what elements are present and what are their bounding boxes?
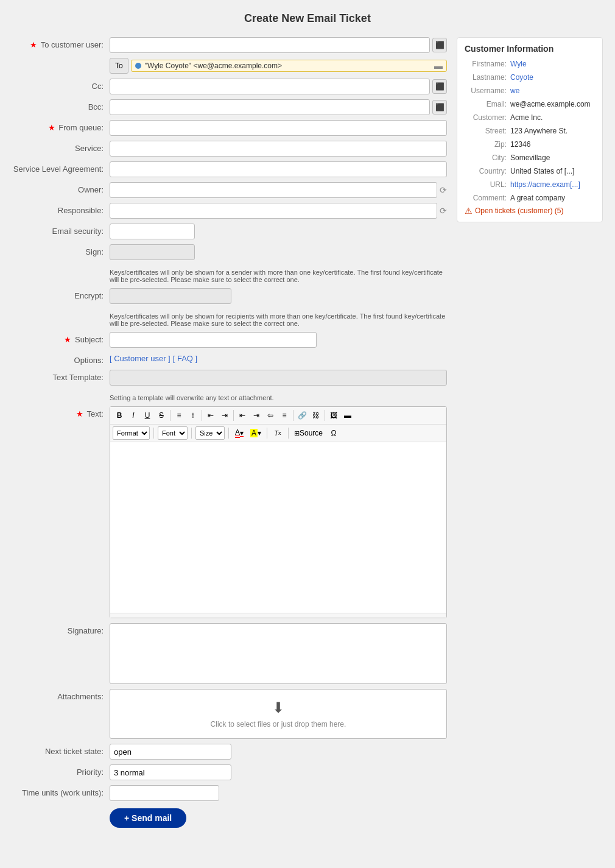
toolbar-bg-color-btn[interactable]: A▾ xyxy=(248,426,263,440)
toolbar-indent-less-btn[interactable]: ⇤ xyxy=(204,409,217,422)
next-ticket-state-input[interactable] xyxy=(110,744,231,760)
text-template-label: Text Template: xyxy=(12,370,110,382)
sign-label: Sign: xyxy=(12,244,110,256)
toolbar-image-btn[interactable]: 🖼 xyxy=(327,409,340,422)
service-input[interactable] xyxy=(110,141,447,157)
toolbar-source-btn[interactable]: ⊞ Source xyxy=(292,426,325,440)
toolbar-sep2 xyxy=(202,410,202,421)
bcc-label: Bcc: xyxy=(12,99,110,111)
to-tag-dot-icon xyxy=(135,63,141,69)
to-customer-user-input[interactable] xyxy=(110,37,430,53)
sla-label: Service Level Agreement: xyxy=(12,161,110,174)
toolbar-bold-btn[interactable]: B xyxy=(113,409,126,422)
from-queue-input[interactable] xyxy=(110,120,447,136)
options-link-faq[interactable]: [ FAQ ] xyxy=(173,354,197,363)
ci-zip-value: 12346 xyxy=(510,139,530,150)
priority-input[interactable] xyxy=(110,764,231,780)
ci-customer-label: Customer: xyxy=(465,112,510,123)
toolbar-underline-btn[interactable]: U xyxy=(141,409,154,422)
responsible-refresh-icon[interactable]: ⟳ xyxy=(440,206,447,216)
ci-zip-label: Zip: xyxy=(465,139,510,150)
ci-row-username: Username: we xyxy=(465,85,595,96)
bcc-icon-btn[interactable]: ⬛ xyxy=(432,100,447,115)
ci-username-label: Username: xyxy=(465,85,510,96)
toolbar-special-chars-btn[interactable]: Ω xyxy=(327,426,340,440)
toolbar-font-select[interactable]: Font xyxy=(158,426,188,440)
signature-label: Signature: xyxy=(12,623,110,635)
toolbar-align-center-btn[interactable]: ⇥ xyxy=(250,409,263,422)
toolbar-link-btn[interactable]: 🔗 xyxy=(295,409,309,422)
to-tag-close-btn[interactable]: ▬ xyxy=(434,62,443,70)
ci-lastname-value: Coyote xyxy=(510,72,533,83)
open-tickets-link[interactable]: ⚠ Open tickets (customer) (5) xyxy=(465,206,595,216)
owner-refresh-icon[interactable]: ⟳ xyxy=(440,185,447,195)
to-customer-user-icon-btn[interactable]: ⬛ xyxy=(432,38,447,52)
toolbar-ordered-list-btn[interactable]: ≡ xyxy=(172,409,186,422)
email-security-input[interactable] xyxy=(110,224,195,239)
subject-label: ★ Subject: xyxy=(12,332,110,344)
toolbar-indent-more-btn[interactable]: ⇥ xyxy=(218,409,231,422)
toolbar-clear-format-btn[interactable]: Tx xyxy=(271,426,284,440)
toolbar-sep8 xyxy=(228,428,229,439)
bcc-input[interactable] xyxy=(110,99,430,115)
toolbar-rule-btn[interactable]: ▬ xyxy=(341,409,354,422)
cc-input[interactable] xyxy=(110,79,430,94)
ci-row-url: URL: https://acme.exam[...] xyxy=(465,179,595,190)
to-customer-user-label: ★ To customer user: xyxy=(12,37,110,49)
send-mail-button[interactable]: + Send mail xyxy=(110,808,186,828)
toolbar-sep3 xyxy=(233,410,234,421)
time-units-input[interactable] xyxy=(110,785,219,801)
encrypt-label: Encrypt: xyxy=(12,288,110,300)
to-button[interactable]: To xyxy=(110,58,128,74)
text-template-note: Setting a template will overwrite any te… xyxy=(110,393,447,401)
attachments-label: Attachments: xyxy=(12,689,110,701)
ci-row-email: Email: we@acme.example.com xyxy=(465,99,595,110)
text-editor: B I U S ≡ ⁞ ⇤ ⇥ ⇤ ⇥ ⇦ ≡ xyxy=(110,406,447,618)
attachment-hint: Click to select files or just drop them … xyxy=(120,720,437,729)
to-label-spacer xyxy=(12,58,110,61)
attachment-dropzone[interactable]: ⬇ Click to select files or just drop the… xyxy=(110,689,447,739)
options-links-container: [ Customer user ] [ FAQ ] xyxy=(110,353,447,363)
text-template-input xyxy=(110,370,447,386)
responsible-input[interactable] xyxy=(110,203,437,219)
ci-customer-value: Acme Inc. xyxy=(510,112,543,123)
email-security-label: Email security: xyxy=(12,224,110,236)
ci-row-lastname: Lastname: Coyote xyxy=(465,72,595,83)
toolbar-sep6 xyxy=(153,428,154,439)
toolbar-size-select[interactable]: Size xyxy=(195,426,225,440)
ci-comment-value: A great company xyxy=(510,192,565,203)
owner-label: Owner: xyxy=(12,182,110,194)
options-link-customer-user[interactable]: [ Customer user ] xyxy=(110,354,170,363)
responsible-label: Responsible: xyxy=(12,203,110,215)
ci-row-street: Street: 123 Anywhere St. xyxy=(465,125,595,136)
owner-input[interactable] xyxy=(110,182,437,198)
ci-row-customer: Customer: Acme Inc. xyxy=(465,112,595,123)
toolbar-font-color-btn[interactable]: A▾ xyxy=(233,426,246,440)
sla-input[interactable] xyxy=(110,161,447,177)
sign-note: Keys/certificates will only be shown for… xyxy=(110,267,447,283)
toolbar-italic-btn[interactable]: I xyxy=(127,409,140,422)
sign-input xyxy=(110,244,195,260)
toolbar-align-left-btn[interactable]: ⇤ xyxy=(236,409,249,422)
subject-input[interactable] xyxy=(110,332,317,348)
ci-row-firstname: Firstname: Wyle xyxy=(465,58,595,69)
ci-firstname-label: Firstname: xyxy=(465,58,510,69)
toolbar-sep9 xyxy=(267,428,267,439)
toolbar-strike-btn[interactable]: S xyxy=(155,409,168,422)
ci-lastname-label: Lastname: xyxy=(465,72,510,83)
ci-firstname-value: Wyle xyxy=(510,58,527,69)
toolbar-unlink-btn[interactable]: ⛓ xyxy=(309,409,323,422)
toolbar-format-select[interactable]: Format xyxy=(113,426,150,440)
editor-body[interactable] xyxy=(110,442,446,613)
toolbar-align-right-btn[interactable]: ⇦ xyxy=(264,409,277,422)
cc-label: Cc: xyxy=(12,79,110,91)
toolbar-unordered-list-btn[interactable]: ⁞ xyxy=(186,409,200,422)
ci-city-label: City: xyxy=(465,152,510,163)
editor-footer xyxy=(110,613,446,618)
cc-icon-btn[interactable]: ⬛ xyxy=(432,79,447,94)
options-label: Options: xyxy=(12,353,110,365)
ci-country-value: United States of [...] xyxy=(510,166,574,177)
toolbar-justify-btn[interactable]: ≡ xyxy=(278,409,291,422)
toolbar-sep7 xyxy=(191,428,192,439)
ci-street-value: 123 Anywhere St. xyxy=(510,125,568,136)
